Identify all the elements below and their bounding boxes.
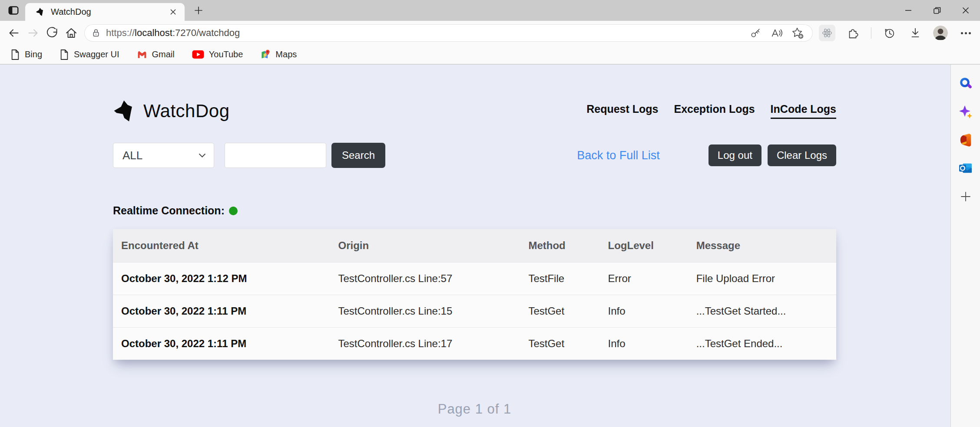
window-minimize-icon[interactable] — [894, 0, 923, 21]
add-sidebar-icon[interactable] — [958, 189, 973, 204]
pagination-label: Page 1 of 1 — [113, 401, 836, 417]
toolbar-divider — [871, 27, 871, 39]
logout-button[interactable]: Log out — [709, 145, 761, 166]
read-aloud-icon[interactable] — [769, 26, 784, 40]
office-icon[interactable] — [958, 132, 973, 148]
watchdog-brand: WatchDog — [113, 99, 230, 124]
bookmarks-bar: Bing Swagger UI Gmail YouTube Maps — [0, 45, 980, 64]
back-to-full-list-link[interactable]: Back to Full List — [577, 149, 660, 162]
col-method: Method — [520, 229, 599, 263]
maps-icon — [260, 49, 271, 60]
page-icon — [60, 49, 69, 60]
password-key-icon[interactable] — [748, 26, 763, 40]
incode-logs-table: Encountered At Origin Method LogLevel Me… — [113, 229, 836, 360]
watchdog-page: WatchDog Request Logs Exception Logs InC… — [0, 65, 950, 427]
watchdog-logo-icon — [113, 99, 136, 124]
downloads-icon[interactable] — [907, 25, 924, 41]
search-input[interactable] — [225, 143, 326, 168]
tab-actions-menu-icon[interactable] — [7, 4, 20, 17]
address-bar[interactable]: https://localhost:7270/watchdog — [84, 24, 813, 42]
bookmark-bing[interactable]: Bing — [10, 49, 42, 60]
back-icon[interactable] — [4, 24, 23, 42]
log-type-nav: Request Logs Exception Logs InCode Logs — [586, 103, 836, 119]
tab-title: WatchDog — [51, 7, 167, 17]
bing-search-icon[interactable] — [958, 76, 973, 92]
watchdog-favicon-icon — [36, 7, 45, 16]
edge-sidebar — [950, 65, 980, 427]
bookmark-maps[interactable]: Maps — [260, 49, 297, 60]
youtube-icon — [192, 50, 204, 59]
browser-titlebar: WatchDog — [0, 0, 980, 21]
url-text[interactable]: https://localhost:7270/watchdog — [106, 27, 742, 39]
realtime-connection-status: Realtime Connection: — [113, 204, 836, 217]
bookmark-gmail[interactable]: Gmail — [137, 49, 175, 59]
table-row[interactable]: October 30, 2022 1:12 PM TestController.… — [113, 263, 836, 295]
browser-toolbar: https://localhost:7270/watchdog — [0, 21, 980, 45]
new-tab-icon[interactable] — [190, 2, 207, 19]
col-origin: Origin — [330, 229, 520, 263]
refresh-icon[interactable] — [43, 24, 62, 42]
col-message: Message — [688, 229, 836, 263]
filter-select[interactable]: ALL — [113, 143, 214, 168]
react-devtools-extension-icon[interactable] — [819, 25, 835, 41]
nav-request-logs[interactable]: Request Logs — [586, 103, 658, 119]
gmail-icon — [137, 50, 147, 59]
add-favorite-icon[interactable] — [790, 26, 805, 40]
page-icon — [10, 49, 20, 60]
nav-incode-logs[interactable]: InCode Logs — [771, 103, 836, 119]
home-icon[interactable] — [62, 24, 81, 42]
chevron-down-icon — [199, 153, 206, 158]
table-header-row: Encountered At Origin Method LogLevel Me… — [113, 229, 836, 263]
forward-icon[interactable] — [23, 24, 43, 42]
window-close-icon[interactable] — [951, 0, 980, 21]
col-encountered-at: Encountered At — [113, 229, 330, 263]
profile-avatar[interactable] — [933, 26, 948, 40]
settings-ellipsis-icon[interactable] — [957, 25, 974, 41]
col-loglevel: LogLevel — [600, 229, 688, 263]
page-title: WatchDog — [143, 101, 230, 122]
search-button[interactable]: Search — [331, 143, 385, 168]
bookmark-youtube[interactable]: YouTube — [192, 49, 243, 59]
copilot-sparkle-icon[interactable] — [958, 104, 973, 120]
tab-close-icon[interactable] — [167, 7, 179, 18]
extensions-puzzle-icon[interactable] — [845, 25, 861, 41]
lock-icon — [90, 27, 102, 39]
clear-logs-button[interactable]: Clear Logs — [768, 145, 836, 166]
table-row[interactable]: October 30, 2022 1:11 PM TestController.… — [113, 328, 836, 360]
window-restore-icon[interactable] — [923, 0, 951, 21]
bookmark-swagger-ui[interactable]: Swagger UI — [60, 49, 119, 60]
nav-exception-logs[interactable]: Exception Logs — [674, 103, 755, 119]
history-icon[interactable] — [881, 25, 897, 41]
browser-tab-watchdog[interactable]: WatchDog — [25, 3, 185, 21]
outlook-icon[interactable] — [958, 161, 973, 176]
connection-status-dot — [229, 207, 238, 215]
table-row[interactable]: October 30, 2022 1:11 PM TestController.… — [113, 295, 836, 328]
